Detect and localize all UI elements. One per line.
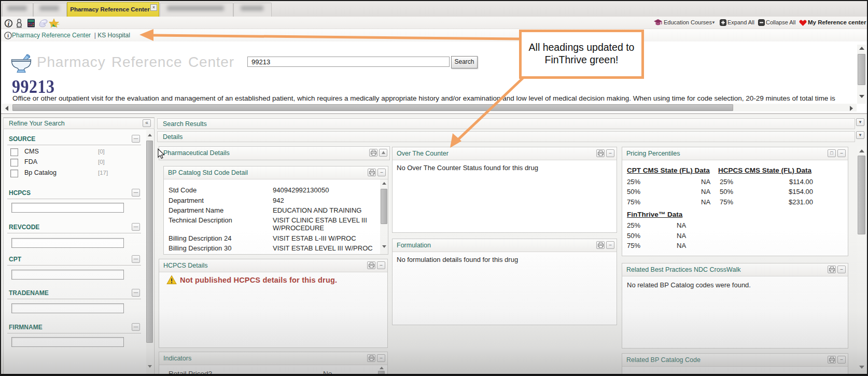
svg-text:i: i [7, 33, 9, 38]
svg-text:i: i [8, 20, 10, 27]
